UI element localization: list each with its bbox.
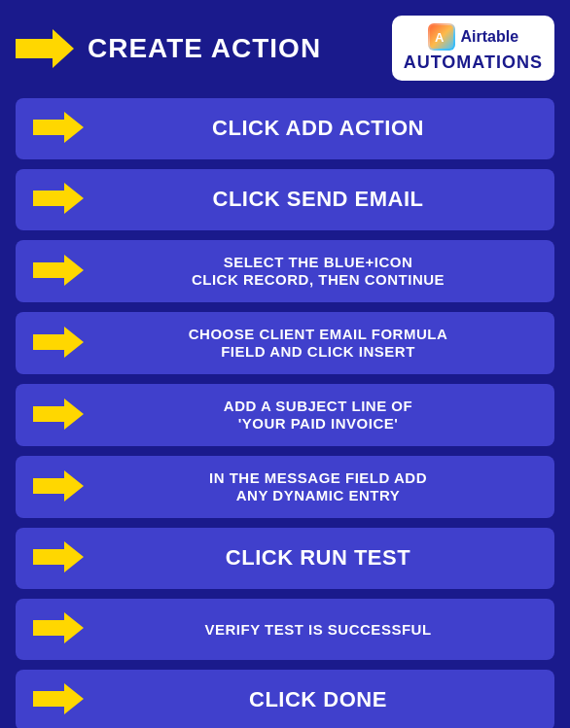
step-button-4[interactable]: CHOOSE CLIENT EMAIL FORMULA FIELD AND CL… [16, 312, 554, 374]
header: CREATE ACTION A Airtable AUT [16, 16, 554, 81]
svg-text:A: A [435, 30, 445, 45]
step-text-5: ADD A SUBJECT LINE OF 'YOUR PAID INVOICE… [99, 398, 537, 433]
step-text-2: CLICK SEND EMAIL [99, 187, 537, 212]
step-text-7: CLICK RUN TEST [99, 545, 537, 571]
airtable-icon: A [428, 23, 455, 51]
page-title: CREATE ACTION [88, 33, 321, 64]
step-text-6: IN THE MESSAGE FIELD ADD ANY DYNAMIC ENT… [99, 469, 537, 504]
airtable-app-name: Airtable [461, 28, 519, 46]
svg-marker-7 [33, 399, 84, 430]
step-button-8[interactable]: VERIFY TEST IS SUCCESSFUL [16, 599, 554, 660]
step-button-3[interactable]: SELECT THE BLUE+ICON CLICK RECORD, THEN … [16, 240, 554, 302]
step-arrow-icon-6 [33, 470, 84, 504]
airtable-top: A Airtable [428, 23, 519, 51]
step-text-4: CHOOSE CLIENT EMAIL FORMULA FIELD AND CL… [99, 326, 537, 361]
step-button-7[interactable]: CLICK RUN TEST [16, 528, 554, 589]
step-button-6[interactable]: IN THE MESSAGE FIELD ADD ANY DYNAMIC ENT… [16, 456, 554, 518]
header-left: CREATE ACTION [16, 29, 321, 68]
step-arrow-icon-5 [33, 399, 84, 433]
svg-marker-11 [33, 683, 84, 714]
step-text-9: CLICK DONE [99, 687, 537, 712]
svg-marker-8 [33, 470, 84, 502]
header-arrow-icon [16, 29, 74, 68]
step-text-1: CLICK ADD ACTION [99, 116, 537, 141]
step-arrow-icon-3 [33, 255, 84, 289]
svg-marker-5 [33, 255, 84, 286]
step-arrow-icon-4 [33, 327, 84, 361]
steps-list: CLICK ADD ACTION CLICK SEND EMAIL SELECT… [16, 98, 554, 728]
airtable-sub-label: AUTOMATIONS [404, 52, 543, 73]
step-arrow-icon-8 [33, 612, 84, 646]
svg-marker-0 [16, 29, 74, 68]
step-arrow-icon-7 [33, 541, 84, 575]
svg-marker-3 [33, 112, 84, 143]
svg-marker-9 [33, 541, 84, 572]
step-arrow-icon-2 [33, 183, 84, 217]
airtable-badge: A Airtable AUTOMATIONS [392, 16, 554, 81]
step-arrow-icon-1 [33, 112, 84, 146]
step-button-5[interactable]: ADD A SUBJECT LINE OF 'YOUR PAID INVOICE… [16, 384, 554, 446]
step-button-9[interactable]: CLICK DONE [16, 670, 554, 728]
step-button-1[interactable]: CLICK ADD ACTION [16, 98, 554, 159]
step-button-2[interactable]: CLICK SEND EMAIL [16, 169, 554, 230]
svg-marker-10 [33, 612, 84, 643]
step-text-3: SELECT THE BLUE+ICON CLICK RECORD, THEN … [99, 254, 537, 289]
step-arrow-icon-9 [33, 683, 84, 717]
svg-marker-6 [33, 327, 84, 358]
svg-marker-4 [33, 183, 84, 214]
step-text-8: VERIFY TEST IS SUCCESSFUL [99, 621, 537, 639]
